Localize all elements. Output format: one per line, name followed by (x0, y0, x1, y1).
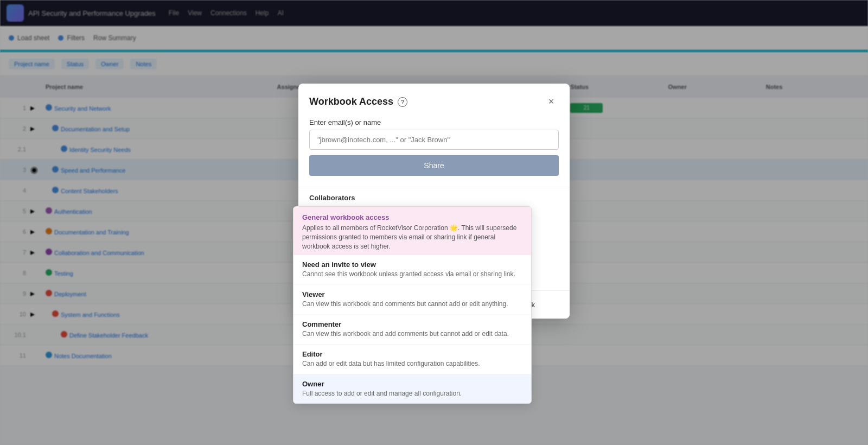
general-access-section: General workbook access Applies to all m… (293, 207, 531, 255)
modal-title: Workbook Access (309, 96, 393, 107)
dropdown-item-desc: Can view this workbook and comments but … (302, 300, 522, 309)
modal-overlay: Workbook Access ? × Enter email(s) or na… (0, 0, 868, 445)
dropdown-item-title: Owner (302, 380, 522, 388)
share-button[interactable]: Share (309, 155, 559, 176)
dropdown-item-viewer[interactable]: Viewer Can view this workbook and commen… (293, 285, 531, 315)
email-input[interactable] (309, 130, 559, 150)
modal-header: Workbook Access ? × (298, 84, 570, 118)
dropdown-item-title: Need an invite to view (302, 260, 522, 269)
close-button[interactable]: × (544, 94, 559, 110)
dropdown-item-owner[interactable]: Owner Full access to add or edit and man… (293, 374, 531, 404)
dropdown-item-desc: Full access to add or edit and manage al… (302, 389, 522, 398)
dropdown-item-invite[interactable]: Need an invite to view Cannot see this w… (293, 255, 531, 285)
collaborators-title: Collaborators (309, 194, 559, 202)
modal-body: Enter email(s) or name Share (298, 118, 570, 187)
dropdown-item-title: Viewer (302, 290, 522, 298)
dropdown-item-desc: Cannot see this workbook unless granted … (302, 270, 522, 279)
access-dropdown-menu[interactable]: General workbook access Applies to all m… (293, 206, 532, 404)
modal-title-row: Workbook Access ? (309, 96, 407, 107)
dropdown-item-desc: Can add or edit data but has limited con… (302, 359, 522, 368)
dropdown-item-commenter[interactable]: Commenter Can view this workbook and add… (293, 315, 531, 345)
dropdown-item-editor[interactable]: Editor Can add or edit data but has limi… (293, 345, 531, 374)
general-access-title: General workbook access (302, 213, 522, 221)
help-icon[interactable]: ? (398, 97, 407, 107)
dropdown-item-title: Commenter (302, 320, 522, 328)
dropdown-item-title: Editor (302, 350, 522, 358)
general-access-desc: Applies to all members of RocketVisor Co… (302, 224, 522, 251)
email-label: Enter email(s) or name (309, 118, 559, 126)
dropdown-item-desc: Can view this workbook and add comments … (302, 329, 522, 339)
